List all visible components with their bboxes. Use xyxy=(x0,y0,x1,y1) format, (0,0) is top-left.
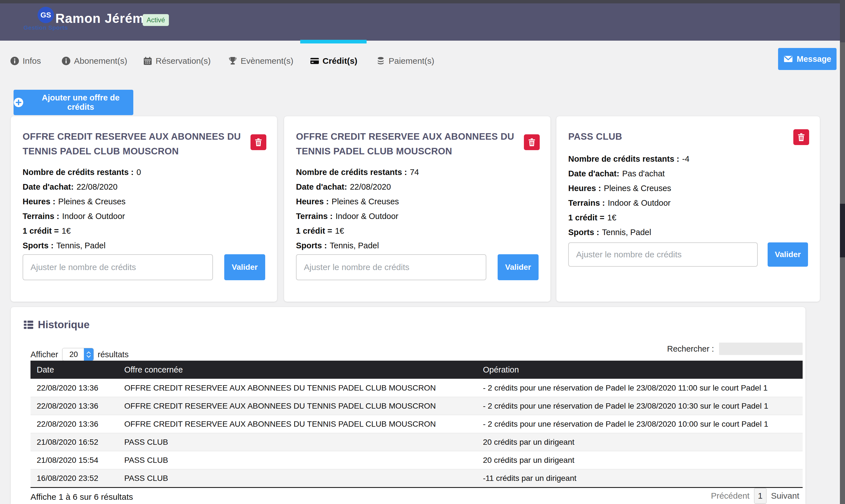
field-courts: Terrains :Indoor & Outdoor xyxy=(22,209,265,223)
adjust-credits-input[interactable] xyxy=(568,242,758,267)
column-header-date: Date xyxy=(31,365,118,375)
field-value: Pleines & Creuses xyxy=(331,197,399,206)
table-row: 22/08/2020 13:36 OFFRE CREDIT RESERVEE A… xyxy=(31,415,803,433)
scrollbar-thumb[interactable] xyxy=(840,204,845,257)
scrollbar-track[interactable] xyxy=(840,0,845,504)
delete-offer-button[interactable] xyxy=(524,134,540,150)
field-courts: Terrains :Indoor & Outdoor xyxy=(568,196,808,210)
cell-date: 16/08/2020 23:52 xyxy=(31,474,118,483)
delete-offer-button[interactable] xyxy=(251,134,266,150)
page-title-user-name: Ramon Jérémy xyxy=(55,11,152,26)
table-row: 16/08/2020 23:52 PASS CLUB -11 crédits p… xyxy=(31,469,803,487)
column-header-offer: Offre concernée xyxy=(118,365,477,375)
valider-button[interactable]: Valider xyxy=(768,242,808,267)
pagination-previous[interactable]: Précédent xyxy=(711,491,749,501)
add-credit-offer-button[interactable]: Ajouter une offre de crédits xyxy=(14,90,133,115)
field-courts: Terrains :Indoor & Outdoor xyxy=(296,209,538,223)
field-credits-remaining: Nombre de crédits restants :-4 xyxy=(568,151,808,166)
logo-monogram-icon: GS xyxy=(38,7,54,23)
cell-offer: PASS CLUB xyxy=(118,474,477,483)
field-value: Pas d'achat xyxy=(622,169,665,178)
field-credit-value: 1 crédit =1€ xyxy=(296,223,538,238)
cell-operation: 20 crédits par un dirigeant xyxy=(477,438,803,447)
field-label: Terrains : xyxy=(296,212,333,221)
field-label: Heures : xyxy=(568,184,601,193)
adjust-credits-row: Valider xyxy=(22,254,265,280)
adjust-credits-input[interactable] xyxy=(296,254,486,280)
credit-card-icon xyxy=(310,56,319,66)
history-panel: Historique Afficher 20 résultats Recherc… xyxy=(11,307,806,504)
credit-offer-title: PASS CLUB xyxy=(568,129,791,144)
tab-evenements[interactable]: Evènement(s) xyxy=(228,53,293,69)
field-purchase-date: Date d'achat:22/08/2020 xyxy=(296,179,538,194)
coins-icon xyxy=(376,56,385,66)
field-hours: Heures :Pleines & Creuses xyxy=(296,194,538,209)
field-value: 1€ xyxy=(335,226,344,236)
cell-operation: - 2 crédits pour une réservation de Pade… xyxy=(477,383,803,393)
adjust-credits-input[interactable] xyxy=(22,254,213,280)
field-hours: Heures :Pleines & Creuses xyxy=(568,181,808,196)
tab-credits[interactable]: Crédit(s) xyxy=(310,53,357,69)
message-button[interactable]: Message xyxy=(778,48,837,70)
search-input[interactable] xyxy=(719,343,803,355)
scrollbar-top-cap xyxy=(840,0,845,42)
history-title: Historique xyxy=(38,319,89,331)
field-label: Terrains : xyxy=(22,212,59,221)
field-value: 22/08/2020 xyxy=(350,182,391,192)
history-table: Date Offre concernée Opération 22/08/202… xyxy=(31,361,803,488)
page-size-select[interactable]: 20 xyxy=(62,348,94,361)
cell-offer: PASS CLUB xyxy=(118,456,477,465)
page-size-row: Afficher 20 résultats xyxy=(31,348,128,361)
field-purchase-date: Date d'achat:22/08/2020 xyxy=(22,179,265,194)
delete-offer-button[interactable] xyxy=(793,129,809,145)
field-value: Tennis, Padel xyxy=(56,241,106,250)
tab-reservations[interactable]: Réservation(s) xyxy=(143,53,211,69)
page: GS Gestion Sports Ramon Jérémy Activé In… xyxy=(0,0,845,504)
info-circle-icon xyxy=(10,56,19,66)
tab-label: Réservation(s) xyxy=(156,56,211,66)
pagination-next[interactable]: Suivant xyxy=(771,491,799,501)
field-value: Tennis, Padel xyxy=(330,241,379,250)
adjust-credits-row: Valider xyxy=(296,254,538,280)
active-tab-indicator xyxy=(300,40,366,43)
tab-infos[interactable]: Infos xyxy=(10,53,41,69)
cell-offer: OFFRE CREDIT RESERVEE AUX ABONNEES DU TE… xyxy=(118,383,477,393)
field-label: 1 crédit = xyxy=(296,226,332,236)
field-label: Date d'achat: xyxy=(22,182,74,192)
cell-operation: 20 crédits par un dirigeant xyxy=(477,456,803,465)
tab-label: Abonement(s) xyxy=(74,56,127,66)
field-purchase-date: Date d'achat:Pas d'achat xyxy=(568,166,808,181)
tab-label: Paiement(s) xyxy=(389,56,434,66)
valider-button[interactable]: Valider xyxy=(498,254,538,280)
header-bar: GS Gestion Sports Ramon Jérémy Activé xyxy=(0,0,845,41)
field-label: Terrains : xyxy=(568,198,605,208)
field-label: Sports : xyxy=(568,228,599,237)
field-label: Heures : xyxy=(22,197,55,206)
table-summary: Affiche 1 à 6 sur 6 résultats xyxy=(31,492,133,502)
pagination: Précédent 1 Suivant xyxy=(711,488,799,504)
field-label: Nombre de crédits restants : xyxy=(568,155,679,164)
table-row: 22/08/2020 13:36 OFFRE CREDIT RESERVEE A… xyxy=(31,397,803,415)
message-button-label: Message xyxy=(797,54,831,64)
pagination-page-1[interactable]: 1 xyxy=(754,488,766,504)
search-label: Rechercher : xyxy=(667,344,714,354)
field-value: -4 xyxy=(682,155,689,164)
trash-icon xyxy=(527,138,536,147)
cell-date: 22/08/2020 13:36 xyxy=(31,420,118,429)
history-heading: Historique xyxy=(23,319,89,331)
cell-offer: PASS CLUB xyxy=(118,438,477,447)
tab-paiements[interactable]: Paiement(s) xyxy=(376,53,434,69)
cell-operation: -11 crédits par un dirigeant xyxy=(477,474,803,483)
field-credits-remaining: Nombre de crédits restants :74 xyxy=(296,165,538,179)
field-value: Tennis, Padel xyxy=(602,228,651,237)
cell-offer: OFFRE CREDIT RESERVEE AUX ABONNEES DU TE… xyxy=(118,401,477,411)
tab-label: Evènement(s) xyxy=(241,56,293,66)
field-credits-remaining: Nombre de crédits restants :0 xyxy=(22,165,265,179)
table-row: 21/08/2020 16:52 PASS CLUB 20 crédits pa… xyxy=(31,433,803,451)
field-value: Indoor & Outdoor xyxy=(608,198,671,208)
trash-icon xyxy=(797,133,806,142)
tab-abonnements[interactable]: Abonement(s) xyxy=(62,53,127,69)
valider-button[interactable]: Valider xyxy=(224,254,265,280)
search-row: Rechercher : xyxy=(667,343,803,355)
field-label: Date d'achat: xyxy=(568,169,619,178)
